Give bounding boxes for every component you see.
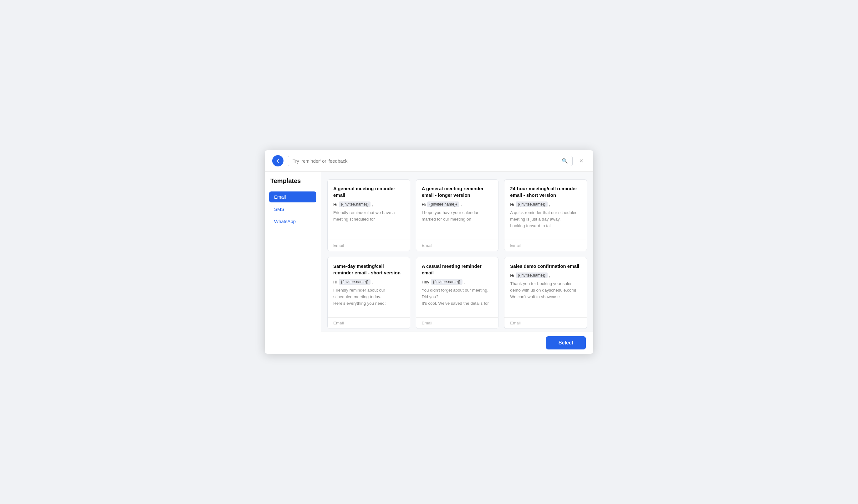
template-card[interactable]: A general meeting reminder email - longe… [416,179,499,251]
card-body: A general meeting reminder email Hi {{in… [328,180,410,240]
card-preview: Friendly reminder about our scheduled me… [333,287,404,307]
card-greeting: Hi {{invitee.name}} , [333,279,404,285]
card-greeting: Hi {{invitee.name}} , [510,201,581,207]
card-greeting: Hi {{invitee.name}} , [510,273,581,278]
card-type: Email [328,240,410,251]
greeting-suffix: , [461,202,462,207]
greeting-suffix: , [372,280,373,284]
templates-modal: 🔍 × Templates Email SMS WhatsApp A gener… [265,150,593,354]
card-title: A casual meeting reminder email [422,263,493,276]
greeting-suffix: , [549,202,551,207]
template-card[interactable]: A general meeting reminder email Hi {{in… [327,179,410,251]
template-card[interactable]: A casual meeting reminder email Hey {{in… [416,257,499,329]
card-preview: A quick reminder that our scheduled meet… [510,210,581,229]
card-preview: Friendly reminder that we have a meeting… [333,210,404,223]
modal-header: 🔍 × [265,150,593,172]
card-preview: You didn't forget about our meeting... D… [422,287,493,307]
greeting-prefix: Hi [333,202,337,207]
card-body: A general meeting reminder email - longe… [416,180,498,240]
greeting-prefix: Hey [422,280,429,284]
greeting-suffix: , [549,273,551,278]
card-preview: I hope you have your calendar marked for… [422,210,493,223]
sidebar-item-sms[interactable]: SMS [269,204,316,215]
greeting-prefix: Hi [422,202,426,207]
card-preview: Thank you for booking your sales demo wi… [510,281,581,300]
greeting-prefix: Hi [333,280,337,284]
greeting-suffix: , [464,280,465,284]
sidebar: Templates Email SMS WhatsApp [265,172,321,354]
back-button[interactable] [272,155,284,166]
content-area: A general meeting reminder email Hi {{in… [321,172,593,354]
greeting-suffix: , [372,202,373,207]
modal-body: Templates Email SMS WhatsApp A general m… [265,172,593,354]
card-body: 24-hour meeting/call reminder email - sh… [504,180,587,240]
card-greeting: Hi {{invitee.name}} , [422,201,493,207]
sidebar-item-email[interactable]: Email [269,192,316,202]
greeting-prefix: Hi [510,202,514,207]
search-icon: 🔍 [562,158,568,164]
search-input[interactable] [292,158,559,164]
card-type: Email [328,317,410,328]
template-card[interactable]: Same-day meeting/call reminder email - s… [327,257,410,329]
invitee-name-tag: {{invitee.name}} [516,201,547,207]
search-box[interactable]: 🔍 [288,156,573,166]
card-title: A general meeting reminder email - longe… [422,185,493,198]
template-card[interactable]: Sales demo confirmation email Hi {{invit… [504,257,587,329]
template-card[interactable]: 24-hour meeting/call reminder email - sh… [504,179,587,251]
invitee-name-tag: {{invitee.name}} [431,279,463,285]
invitee-name-tag: {{invitee.name}} [516,273,547,278]
card-type: Email [416,240,498,251]
card-type: Email [416,317,498,328]
card-body: Same-day meeting/call reminder email - s… [328,257,410,317]
close-button[interactable]: × [577,156,586,166]
card-title: Same-day meeting/call reminder email - s… [333,263,404,276]
invitee-name-tag: {{invitee.name}} [339,279,371,285]
card-title: A general meeting reminder email [333,185,404,198]
card-greeting: Hey {{invitee.name}} , [422,279,493,285]
greeting-prefix: Hi [510,273,514,278]
sidebar-item-whatsapp[interactable]: WhatsApp [269,216,316,227]
card-title: 24-hour meeting/call reminder email - sh… [510,185,581,198]
card-body: Sales demo confirmation email Hi {{invit… [504,257,587,317]
invitee-name-tag: {{invitee.name}} [339,201,371,207]
modal-footer: Select [321,331,593,354]
card-type: Email [504,240,587,251]
card-title: Sales demo confirmation email [510,263,581,270]
card-greeting: Hi {{invitee.name}} , [333,201,404,207]
card-type: Email [504,317,587,328]
invitee-name-tag: {{invitee.name}} [427,201,459,207]
select-button[interactable]: Select [546,336,586,349]
card-body: A casual meeting reminder email Hey {{in… [416,257,498,317]
sidebar-title: Templates [269,177,316,184]
templates-grid: A general meeting reminder email Hi {{in… [327,179,587,329]
